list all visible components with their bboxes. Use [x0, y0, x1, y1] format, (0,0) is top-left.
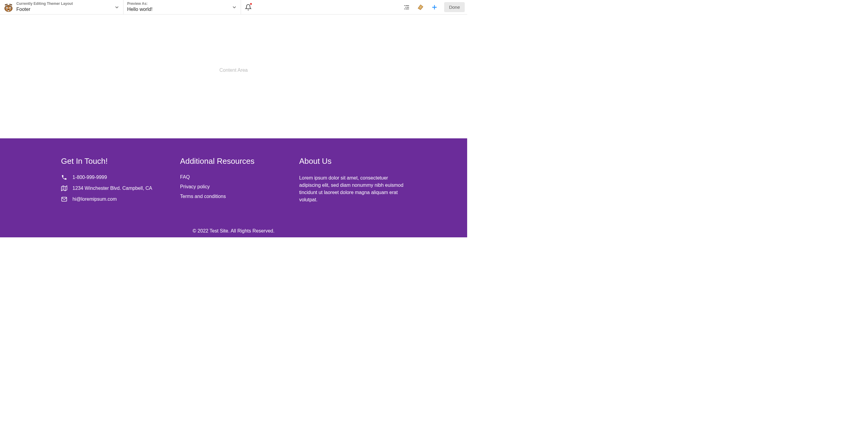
footer-col-about: About Us Lorem ipsum dolor sit amet, con… — [299, 157, 406, 207]
phone-icon — [61, 175, 67, 181]
footer-col-contact: Get In Touch! 1-800-999-9999 1234 Winche… — [61, 157, 168, 207]
outline-icon — [403, 4, 410, 10]
beaver-logo-icon — [3, 1, 14, 13]
footer-link-faq[interactable]: FAQ — [180, 175, 287, 180]
plus-icon — [431, 4, 438, 10]
add-content-button[interactable] — [428, 1, 440, 13]
preview-title: Hello world! — [127, 6, 231, 13]
contact-phone-text: 1-800-999-9999 — [73, 175, 107, 180]
footer-col-resources: Additional Resources FAQ Privacy policy … — [180, 157, 287, 207]
svg-rect-7 — [8, 10, 9, 11]
contact-email-text: hi@loremipsum.com — [73, 196, 117, 202]
svg-marker-18 — [61, 186, 67, 191]
logo-cell — [0, 0, 15, 14]
chevron-down-icon — [231, 4, 237, 10]
notification-dot-icon — [250, 3, 252, 5]
done-button[interactable]: Done — [444, 2, 465, 12]
preview-as-dropdown[interactable]: Preview As: Hello world! — [124, 0, 241, 14]
outline-panel-button[interactable] — [401, 1, 413, 13]
preview-sublabel: Preview As: — [127, 1, 231, 6]
footer-link-privacy[interactable]: Privacy policy — [180, 184, 287, 190]
contact-phone: 1-800-999-9999 — [61, 175, 168, 181]
editing-layout-dropdown[interactable]: Currently Editing Themer Layout Footer — [15, 0, 124, 14]
footer-heading-contact: Get In Touch! — [61, 157, 168, 166]
envelope-icon — [61, 196, 67, 202]
about-text: Lorem ipsum dolor sit amet, consectetuer… — [299, 175, 406, 203]
notifications-button[interactable] — [241, 0, 255, 14]
footer-section: Get In Touch! 1-800-999-9999 1234 Winche… — [0, 138, 467, 238]
contact-address: 1234 Winchester Blvd. Campbell, CA — [61, 185, 168, 191]
content-area-placeholder: Content Area — [219, 67, 248, 73]
content-area[interactable]: Content Area — [0, 14, 467, 136]
footer-heading-about: About Us — [299, 157, 406, 166]
svg-point-5 — [10, 7, 10, 8]
svg-point-4 — [6, 7, 7, 8]
contact-email: hi@loremipsum.com — [61, 196, 168, 202]
top-toolbar: Currently Editing Themer Layout Footer P… — [0, 0, 467, 14]
assistant-button[interactable] — [414, 1, 427, 13]
footer-heading-resources: Additional Resources — [180, 157, 287, 166]
assistant-icon — [417, 4, 424, 11]
toolbar-right-actions: Done — [401, 0, 467, 14]
editing-sublabel: Currently Editing Themer Layout — [17, 1, 114, 6]
editing-title: Footer — [17, 6, 114, 13]
contact-address-text: 1234 Winchester Blvd. Campbell, CA — [73, 186, 152, 191]
chevron-down-icon — [114, 4, 120, 10]
footer-copyright: © 2022 Test Site. All Rights Reserved. — [0, 207, 467, 238]
map-icon — [61, 185, 67, 191]
footer-link-terms[interactable]: Terms and conditions — [180, 194, 287, 199]
